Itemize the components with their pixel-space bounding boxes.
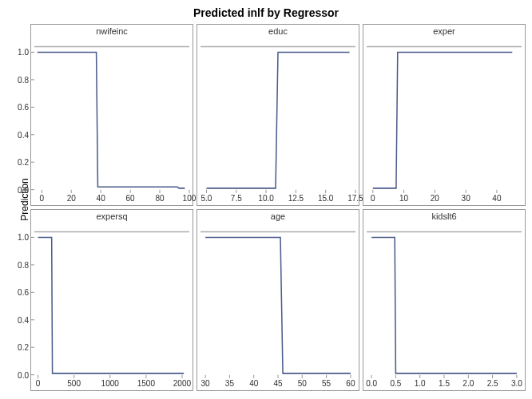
x-tick-label: 20 [67,194,76,203]
panel-expersq: expersq05001000150020000.00.20.40.60.81.… [30,209,193,391]
x-tick-label: 0 [371,194,375,203]
x-tick-label: 0.5 [390,379,401,388]
x-tick-label: 0.0 [366,379,377,388]
y-tick-label: 0.4 [18,130,31,139]
panel-age: age30354045505560 [197,209,359,391]
x-tick-label: 1.0 [415,379,426,388]
x-tick-label: 12.5 [288,194,304,203]
y-tick-label: 1.0 [18,233,31,242]
y-tick-label: 0.2 [18,158,31,167]
panel-svg [363,25,525,205]
panel-svg [363,210,525,390]
chart-container: Predicted inlf by Regressor Prediction n… [0,0,532,399]
data-line [373,52,513,188]
panel-title: age [271,211,285,221]
panel-exper: exper010203040 [363,24,526,206]
panel-svg [31,25,193,205]
panel-grid: nwifeinc0204060801000.00.20.40.60.81.0ed… [30,24,526,391]
y-tick-label: 0.8 [18,260,31,269]
y-tick-label: 1.0 [18,48,31,57]
x-tick-label: 20 [431,194,439,203]
data-line [371,237,517,373]
x-tick-label: 60 [346,379,355,388]
x-tick-label: 55 [322,379,331,388]
panel-title: kidslt6 [431,211,456,221]
data-line [206,52,349,188]
y-tick-label: 0.6 [18,288,31,297]
x-tick-label: 100 [183,194,197,203]
x-tick-label: 50 [298,379,307,388]
x-tick-label: 30 [201,379,210,388]
panel-svg [197,210,359,390]
panel-educ: educ5.07.510.012.515.017.5 [197,24,359,206]
y-tick-label: 0.6 [18,103,31,112]
x-tick-label: 40 [97,194,105,203]
x-tick-label: 30 [462,194,470,203]
panel-svg [197,25,359,205]
y-tick-label: 0.0 [18,370,31,379]
y-tick-label: 0.0 [18,185,31,194]
panel-title: educ [268,26,288,36]
panel-title: nwifeinc [96,26,128,36]
data-line [205,237,351,373]
x-tick-label: 40 [492,194,501,203]
x-tick-label: 3.0 [511,379,522,388]
x-tick-label: 60 [126,194,135,203]
x-tick-label: 1500 [137,379,155,388]
panel-title: expersq [96,211,127,221]
x-tick-label: 17.5 [347,194,363,203]
x-tick-label: 15.0 [318,194,333,203]
x-tick-label: 0 [36,379,41,388]
x-tick-label: 500 [67,379,81,388]
y-tick-label: 0.2 [18,343,31,352]
panel-svg [31,210,193,390]
y-tick-label: 0.4 [18,315,31,324]
data-line [38,237,185,373]
x-tick-label: 80 [155,194,164,203]
x-tick-label: 10 [399,194,408,203]
panel-kidslt6: kidslt60.00.51.01.52.02.53.0 [363,209,526,391]
plot-area: nwifeinc0204060801000.00.20.40.60.81.0ed… [30,24,526,391]
x-tick-label: 35 [225,379,234,388]
x-tick-label: 1000 [101,379,119,388]
x-tick-label: 40 [249,379,258,388]
panel-nwifeinc: nwifeinc0204060801000.00.20.40.60.81.0 [30,24,193,206]
x-tick-label: 10.0 [258,194,273,203]
x-tick-label: 5.0 [201,194,212,203]
x-tick-label: 2000 [173,379,191,388]
x-tick-label: 1.5 [439,379,450,388]
x-tick-label: 0 [39,194,44,203]
panel-title: exper [433,26,455,36]
x-tick-label: 7.5 [231,194,242,203]
y-tick-label: 0.8 [18,75,31,84]
data-line [38,52,185,188]
x-tick-label: 2.0 [463,379,474,388]
x-tick-label: 2.5 [487,379,498,388]
x-tick-label: 45 [273,379,282,388]
chart-title: Predicted inlf by Regressor [0,0,532,22]
